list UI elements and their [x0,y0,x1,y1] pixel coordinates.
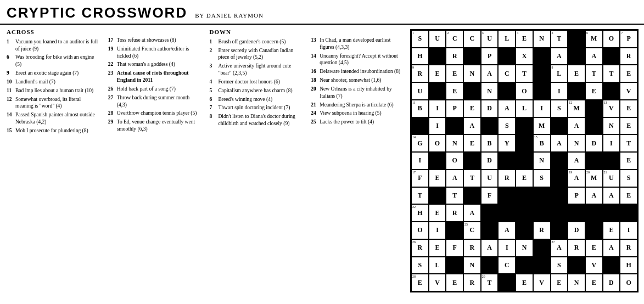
cell-9-5[interactable] [498,187,516,205]
cell-9-6[interactable] [516,187,533,205]
cell-13-9[interactable] [568,257,585,274]
cell-3-4[interactable]: N [481,82,499,100]
cell-12-2[interactable]: F [446,239,463,257]
cell-9-11[interactable]: A [603,187,620,205]
cell-7-4[interactable]: D [481,152,499,170]
cell-4-0[interactable]: 11B [411,100,429,117]
cell-8-10[interactable]: 20M [585,170,603,187]
cell-2-3[interactable]: N [463,65,481,82]
cell-13-1[interactable]: L [429,257,446,274]
cell-1-5[interactable] [498,48,516,65]
cell-10-8[interactable] [551,204,568,222]
cell-2-5[interactable]: C [498,65,516,82]
cell-14-9[interactable]: N [568,274,585,291]
cell-6-8[interactable]: A [551,134,568,152]
cell-6-1[interactable]: O [429,134,446,152]
cell-5-7[interactable]: M [533,117,551,135]
cell-10-6[interactable] [516,204,533,222]
cell-14-4[interactable]: 29T [481,274,499,291]
cell-13-8[interactable]: S [551,257,568,274]
cell-0-9[interactable] [568,30,585,48]
cell-10-10[interactable] [585,204,603,222]
cell-5-5[interactable]: S [498,117,516,135]
cell-11-12[interactable]: I [620,222,637,239]
cell-8-7[interactable]: S [533,170,551,187]
cell-7-11[interactable] [603,152,620,170]
cell-9-7[interactable] [533,187,551,205]
cell-7-12[interactable]: E [620,152,637,170]
cell-3-1[interactable] [429,82,446,100]
cell-0-1[interactable]: U [429,30,446,48]
cell-4-2[interactable]: P [446,100,463,117]
cell-12-1[interactable]: E [429,239,446,257]
cell-12-9[interactable]: R [568,239,585,257]
cell-0-12[interactable]: 7P [620,30,637,48]
cell-8-11[interactable]: 21U [603,170,620,187]
cell-10-5[interactable] [498,204,516,222]
cell-4-7[interactable]: I [533,100,551,117]
cell-5-4[interactable] [481,117,499,135]
cell-11-8[interactable] [551,222,568,239]
cell-1-0[interactable]: H [411,48,429,65]
cell-10-1[interactable]: E [429,204,446,222]
cell-12-0[interactable]: 26R [411,239,429,257]
cell-0-3[interactable]: C [463,30,481,48]
cell-14-12[interactable]: O [620,274,637,291]
cell-1-6[interactable]: X [516,48,533,65]
cell-8-9[interactable]: 19A [568,170,585,187]
cell-6-6[interactable] [516,134,533,152]
cell-10-7[interactable] [533,204,551,222]
cell-8-4[interactable]: U [481,170,499,187]
cell-8-6[interactable]: E [516,170,533,187]
cell-13-2[interactable] [446,257,463,274]
cell-13-6[interactable] [516,257,533,274]
cell-6-3[interactable]: E [463,134,481,152]
cell-4-6[interactable]: L [516,100,533,117]
cell-10-9[interactable] [568,204,585,222]
cell-5-0[interactable] [411,117,429,135]
cell-4-10[interactable] [585,100,603,117]
cell-11-9[interactable]: D [568,222,585,239]
cell-13-7[interactable] [533,257,551,274]
cell-5-11[interactable]: N [603,117,620,135]
cell-6-9[interactable]: N [568,134,585,152]
cell-14-8[interactable]: E [551,274,568,291]
cell-2-10[interactable]: T [585,65,603,82]
cell-9-0[interactable]: T [411,187,429,205]
cell-2-2[interactable]: E [446,65,463,82]
cell-14-7[interactable]: V [533,274,551,291]
cell-7-8[interactable] [551,152,568,170]
cell-11-11[interactable]: E [603,222,620,239]
cell-8-0[interactable]: 17F [411,170,429,187]
cell-2-11[interactable]: T [603,65,620,82]
cell-12-5[interactable]: I [498,239,516,257]
cell-7-9[interactable]: A [568,152,585,170]
cell-8-1[interactable]: E [429,170,446,187]
cell-2-9[interactable]: E [568,65,585,82]
cell-2-12[interactable]: E [620,65,637,82]
cell-3-12[interactable]: V [620,82,637,100]
cell-8-5[interactable]: R [498,170,516,187]
cell-5-6[interactable] [516,117,533,135]
cell-9-8[interactable] [551,187,568,205]
cell-1-12[interactable]: R [620,48,637,65]
cell-6-10[interactable]: D [585,134,603,152]
cell-0-11[interactable]: O [603,30,620,48]
cell-2-8[interactable]: 8L [551,65,568,82]
cell-12-11[interactable]: A [603,239,620,257]
cell-4-11[interactable]: 13V [603,100,620,117]
cell-2-7[interactable] [533,65,551,82]
cell-3-6[interactable]: O [516,82,533,100]
cell-3-2[interactable]: E [446,82,463,100]
cell-6-11[interactable]: I [603,134,620,152]
cell-7-2[interactable]: O [446,152,463,170]
cell-4-8[interactable]: S [551,100,568,117]
cell-3-3[interactable] [463,82,481,100]
cell-4-12[interactable]: E [620,100,637,117]
cell-11-0[interactable]: O [411,222,429,239]
cell-5-12[interactable]: E [620,117,637,135]
cell-12-7[interactable] [533,239,551,257]
cell-13-12[interactable]: H [620,257,637,274]
cell-3-7[interactable] [533,82,551,100]
cell-9-12[interactable]: E [620,187,637,205]
